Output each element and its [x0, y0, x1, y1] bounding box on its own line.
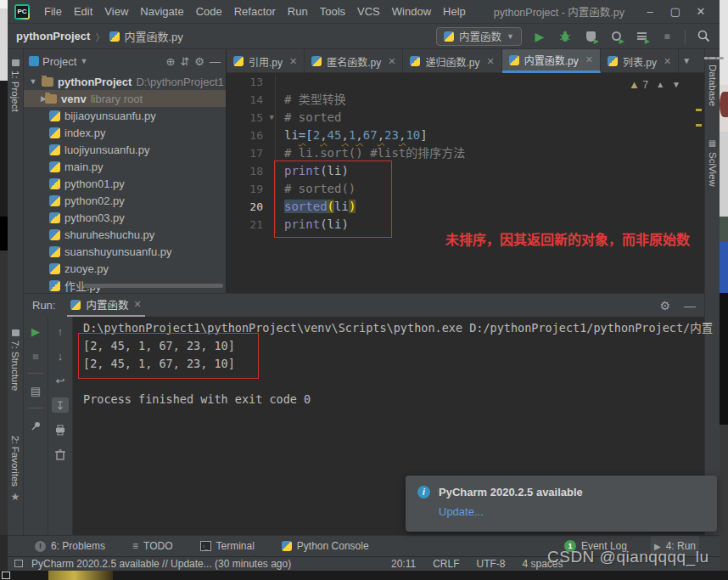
run-with-coverage-button[interactable]: ▶: [583, 29, 598, 44]
gear-icon[interactable]: ⚙: [194, 55, 204, 68]
profiler-button[interactable]: ▶: [608, 29, 624, 44]
terminal-icon: ›_: [200, 541, 211, 551]
code-line[interactable]: 17# li.sort() #list的排序方法: [227, 144, 704, 162]
tree-file-row[interactable]: luojiyunsuanfu.py: [24, 141, 226, 158]
menu-item-refactor[interactable]: Refactor: [228, 3, 282, 20]
tree-file-row[interactable]: python03.py: [24, 209, 226, 226]
status-message[interactable]: PyCharm 2020.2.5 available // Update... …: [31, 558, 291, 570]
chevron-expanded-icon[interactable]: ▼: [29, 77, 37, 86]
run-anything-button[interactable]: ▶: [634, 29, 649, 44]
menu-item-vcs[interactable]: VCS: [351, 3, 386, 20]
code-text: print(li): [276, 216, 349, 234]
debug-button[interactable]: [557, 29, 573, 44]
breadcrumb-project[interactable]: pythonProject: [16, 30, 90, 42]
soft-wrap-button[interactable]: ↩: [52, 373, 69, 388]
fold-marker-icon[interactable]: ▼: [270, 109, 274, 127]
close-icon[interactable]: ✕: [388, 56, 395, 67]
close-button[interactable]: ✕: [689, 5, 713, 18]
up-stack-trace-button[interactable]: ↑: [52, 324, 69, 339]
tree-root-row[interactable]: ▼ pythonProject D:\pythonProject1: [24, 73, 226, 90]
tool-button-project[interactable]: 1: Project: [8, 59, 23, 112]
locate-file-icon[interactable]: ⊕: [166, 55, 176, 68]
editor-tab-匿名函数.py[interactable]: 匿名函数.py✕: [305, 49, 403, 73]
tool-button-favorites[interactable]: 2: Favorites★: [8, 436, 23, 503]
run-toolbar-left: ▶ ■ ▤: [24, 317, 48, 535]
window-title: pythonProject - 内置函数.py: [494, 3, 636, 20]
menu-item-edit[interactable]: Edit: [68, 3, 98, 20]
restore-layout-button[interactable]: ▤: [27, 383, 44, 398]
project-view-select[interactable]: Project ▼: [29, 55, 87, 68]
down-stack-trace-button[interactable]: ↓: [52, 348, 69, 363]
chevron-collapsed-icon[interactable]: ▶: [29, 94, 41, 103]
more-tabs-chevron-icon[interactable]: ▼: [682, 56, 691, 65]
code-line[interactable]: 13: [227, 73, 704, 91]
search-everywhere-icon[interactable]: [696, 29, 711, 44]
pin-tab-button[interactable]: [27, 418, 44, 433]
menu-item-file[interactable]: File: [38, 3, 68, 20]
editor-tab-内置函数.py[interactable]: 内置函数.py✕: [502, 49, 601, 73]
code-editor[interactable]: 1314# 类型转换15▼# sorted16li=[2,45,1,67,23,…: [227, 73, 704, 293]
code-line[interactable]: 19# sorted(): [227, 180, 704, 198]
code-line[interactable]: 18print(li): [227, 162, 704, 180]
gear-icon[interactable]: ⚙: [659, 299, 670, 313]
scroll-to-end-button[interactable]: ↧: [52, 397, 69, 413]
close-icon[interactable]: ✕: [289, 56, 297, 67]
menu-item-help[interactable]: Help: [437, 3, 472, 20]
line-separator-widget[interactable]: CRLF: [433, 558, 459, 570]
minimize-button[interactable]: –: [638, 5, 662, 18]
run-tab[interactable]: 内置函数 ✕: [67, 294, 144, 317]
tool-window-button-python-console[interactable]: Python Console: [278, 536, 372, 556]
maximize-button[interactable]: ▢: [664, 5, 687, 18]
code-token: ]: [420, 128, 427, 142]
tree-file-row[interactable]: shuruheshuchu.py: [24, 226, 226, 243]
close-icon[interactable]: ✕: [664, 56, 671, 67]
tool-window-button-terminal[interactable]: ›_Terminal: [197, 536, 258, 556]
menu-item-view[interactable]: View: [98, 3, 134, 20]
stop-button[interactable]: ■: [659, 29, 675, 44]
code-line[interactable]: 15▼# sorted: [227, 109, 704, 127]
print-button[interactable]: [52, 422, 69, 437]
editor-tab-引用.py[interactable]: 引用.py✕: [227, 49, 305, 73]
code-line[interactable]: 20sorted(li): [227, 198, 704, 216]
clear-console-button[interactable]: [52, 447, 69, 462]
rerun-button[interactable]: ▶: [27, 324, 44, 339]
csdn-watermark: CSDN @qianqqqq_lu: [547, 548, 708, 566]
menu-item-navigate[interactable]: Navigate: [134, 3, 189, 20]
menu-item-run[interactable]: Run: [282, 3, 314, 20]
close-icon[interactable]: ✕: [133, 299, 141, 310]
update-link[interactable]: Update...: [439, 505, 705, 518]
file-name: python02.py: [64, 194, 125, 207]
hide-panel-icon[interactable]: —: [210, 55, 221, 68]
tool-button-database[interactable]: Database: [705, 56, 720, 106]
horizontal-scrollbar[interactable]: [83, 284, 223, 288]
hide-panel-icon[interactable]: —: [684, 299, 696, 313]
tool-window-button-todo[interactable]: ≡TODO: [129, 536, 176, 556]
tree-file-row[interactable]: index.py: [24, 124, 226, 141]
tree-file-row[interactable]: python01.py: [24, 175, 226, 192]
menu-item-window[interactable]: Window: [386, 3, 437, 20]
tree-venv-row[interactable]: ▶ venv library root: [24, 90, 226, 107]
close-icon[interactable]: ✕: [585, 54, 593, 65]
project-panel-header: Project ▼ ⊕ ⇵ ⚙ —: [24, 49, 226, 73]
code-line[interactable]: 16li=[2,45,1,67,23,10]: [227, 127, 704, 144]
tool-button-sciview[interactable]: ▦SciView: [705, 138, 720, 187]
tree-file-row[interactable]: suanshuyunsuanfu.py: [24, 243, 226, 260]
run-configuration-select[interactable]: 内置函数 ▼: [436, 27, 522, 46]
editor-tab-递归函数.py[interactable]: 递归函数.py✕: [403, 49, 501, 73]
tree-file-row[interactable]: main.py: [24, 158, 226, 175]
code-line[interactable]: 14# 类型转换: [227, 91, 704, 109]
close-icon[interactable]: ✕: [486, 56, 494, 67]
menu-item-code[interactable]: Code: [190, 3, 228, 20]
collapse-all-icon[interactable]: ⇵: [180, 55, 189, 68]
tree-file-row[interactable]: zuoye.py: [24, 260, 226, 277]
breadcrumb-file[interactable]: 内置函数.py: [124, 28, 182, 44]
tree-file-row[interactable]: bijiaoyunsuanfu.py: [24, 107, 226, 124]
tree-file-row[interactable]: python02.py: [24, 192, 226, 209]
run-button[interactable]: ▶: [532, 29, 547, 44]
editor-tab-列表.py[interactable]: 列表.py✕: [601, 49, 679, 73]
tool-button-structure[interactable]: 7: Structure: [8, 329, 23, 391]
menu-item-tools[interactable]: Tools: [314, 3, 351, 20]
encoding-widget[interactable]: UTF-8: [476, 558, 505, 570]
tool-window-button-6-problems[interactable]: !6: Problems: [31, 536, 109, 556]
stop-button[interactable]: ■: [27, 348, 44, 363]
